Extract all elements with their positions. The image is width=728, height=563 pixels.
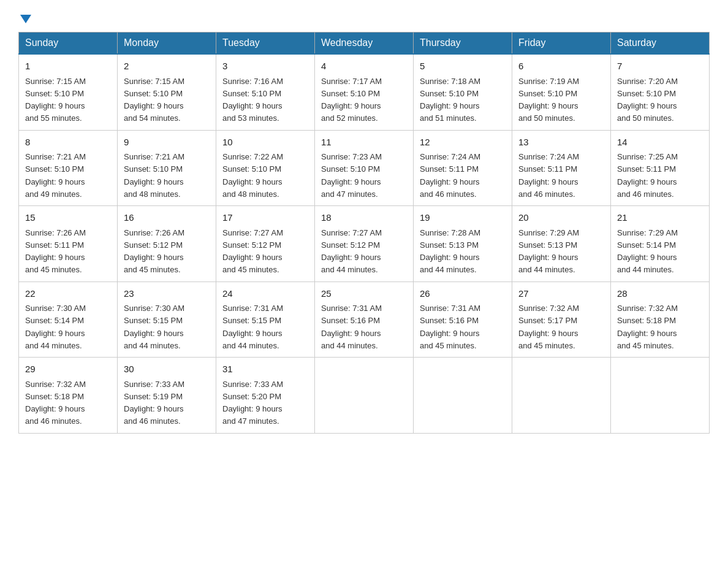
calendar-cell: 29 Sunrise: 7:32 AMSunset: 5:18 PMDaylig… bbox=[19, 358, 118, 434]
day-info: Sunrise: 7:26 AMSunset: 5:11 PMDaylight:… bbox=[25, 228, 86, 275]
day-number: 14 bbox=[617, 136, 703, 150]
calendar-week-row: 15 Sunrise: 7:26 AMSunset: 5:11 PMDaylig… bbox=[19, 206, 710, 282]
calendar-cell: 22 Sunrise: 7:30 AMSunset: 5:14 PMDaylig… bbox=[19, 282, 118, 358]
day-info: Sunrise: 7:33 AMSunset: 5:20 PMDaylight:… bbox=[222, 380, 283, 426]
day-info: Sunrise: 7:21 AMSunset: 5:10 PMDaylight:… bbox=[124, 152, 184, 199]
day-info: Sunrise: 7:16 AMSunset: 5:10 PMDaylight:… bbox=[222, 77, 283, 123]
day-number: 12 bbox=[420, 136, 506, 150]
day-number: 25 bbox=[321, 287, 407, 301]
calendar-header-row: SundayMondayTuesdayWednesdayThursdayFrid… bbox=[19, 33, 710, 55]
day-info: Sunrise: 7:32 AMSunset: 5:18 PMDaylight:… bbox=[25, 380, 86, 426]
day-info: Sunrise: 7:26 AMSunset: 5:12 PMDaylight:… bbox=[124, 228, 184, 275]
logo-arrow-icon bbox=[20, 15, 31, 23]
calendar-cell: 12 Sunrise: 7:24 AMSunset: 5:11 PMDaylig… bbox=[414, 130, 512, 206]
day-number: 31 bbox=[222, 362, 308, 377]
day-number: 11 bbox=[321, 136, 407, 150]
day-info: Sunrise: 7:21 AMSunset: 5:10 PMDaylight:… bbox=[25, 152, 86, 199]
day-info: Sunrise: 7:27 AMSunset: 5:12 PMDaylight:… bbox=[222, 228, 283, 275]
column-header-wednesday: Wednesday bbox=[315, 33, 414, 55]
day-info: Sunrise: 7:28 AMSunset: 5:13 PMDaylight:… bbox=[420, 228, 480, 275]
day-info: Sunrise: 7:31 AMSunset: 5:16 PMDaylight:… bbox=[420, 304, 480, 350]
column-header-tuesday: Tuesday bbox=[216, 33, 315, 55]
day-info: Sunrise: 7:18 AMSunset: 5:10 PMDaylight:… bbox=[420, 77, 480, 123]
day-number: 7 bbox=[617, 59, 703, 74]
logo bbox=[18, 12, 33, 21]
day-number: 17 bbox=[222, 211, 308, 225]
calendar-cell: 31 Sunrise: 7:33 AMSunset: 5:20 PMDaylig… bbox=[216, 358, 315, 434]
calendar-cell: 15 Sunrise: 7:26 AMSunset: 5:11 PMDaylig… bbox=[19, 206, 118, 282]
day-info: Sunrise: 7:29 AMSunset: 5:13 PMDaylight:… bbox=[518, 228, 579, 275]
day-info: Sunrise: 7:30 AMSunset: 5:14 PMDaylight:… bbox=[25, 304, 86, 350]
day-number: 26 bbox=[420, 287, 506, 301]
calendar-week-row: 22 Sunrise: 7:30 AMSunset: 5:14 PMDaylig… bbox=[19, 282, 710, 358]
calendar-cell: 21 Sunrise: 7:29 AMSunset: 5:14 PMDaylig… bbox=[611, 206, 710, 282]
day-number: 19 bbox=[420, 211, 506, 225]
day-number: 13 bbox=[518, 136, 604, 150]
day-info: Sunrise: 7:25 AMSunset: 5:11 PMDaylight:… bbox=[617, 152, 678, 199]
calendar-cell: 27 Sunrise: 7:32 AMSunset: 5:17 PMDaylig… bbox=[512, 282, 611, 358]
calendar-cell: 13 Sunrise: 7:24 AMSunset: 5:11 PMDaylig… bbox=[512, 130, 611, 206]
calendar-cell: 4 Sunrise: 7:17 AMSunset: 5:10 PMDayligh… bbox=[315, 54, 414, 130]
day-info: Sunrise: 7:15 AMSunset: 5:10 PMDaylight:… bbox=[25, 77, 86, 123]
calendar-cell: 30 Sunrise: 7:33 AMSunset: 5:19 PMDaylig… bbox=[118, 358, 216, 434]
day-number: 16 bbox=[124, 211, 210, 225]
day-info: Sunrise: 7:24 AMSunset: 5:11 PMDaylight:… bbox=[518, 152, 579, 199]
calendar-week-row: 8 Sunrise: 7:21 AMSunset: 5:10 PMDayligh… bbox=[19, 130, 710, 206]
calendar-cell: 10 Sunrise: 7:22 AMSunset: 5:10 PMDaylig… bbox=[216, 130, 315, 206]
calendar-cell: 16 Sunrise: 7:26 AMSunset: 5:12 PMDaylig… bbox=[118, 206, 216, 282]
calendar-cell: 28 Sunrise: 7:32 AMSunset: 5:18 PMDaylig… bbox=[611, 282, 710, 358]
day-number: 5 bbox=[420, 59, 506, 74]
day-info: Sunrise: 7:19 AMSunset: 5:10 PMDaylight:… bbox=[518, 77, 579, 123]
calendar-cell bbox=[611, 358, 710, 434]
day-info: Sunrise: 7:30 AMSunset: 5:15 PMDaylight:… bbox=[124, 304, 184, 350]
calendar-cell: 20 Sunrise: 7:29 AMSunset: 5:13 PMDaylig… bbox=[512, 206, 611, 282]
day-info: Sunrise: 7:31 AMSunset: 5:16 PMDaylight:… bbox=[321, 304, 382, 350]
day-number: 27 bbox=[518, 287, 604, 301]
page-header bbox=[18, 12, 710, 21]
calendar-cell: 2 Sunrise: 7:15 AMSunset: 5:10 PMDayligh… bbox=[118, 54, 216, 130]
calendar-cell: 25 Sunrise: 7:31 AMSunset: 5:16 PMDaylig… bbox=[315, 282, 414, 358]
calendar-cell: 8 Sunrise: 7:21 AMSunset: 5:10 PMDayligh… bbox=[19, 130, 118, 206]
day-info: Sunrise: 7:27 AMSunset: 5:12 PMDaylight:… bbox=[321, 228, 382, 275]
column-header-saturday: Saturday bbox=[611, 33, 710, 55]
day-number: 6 bbox=[518, 59, 604, 74]
day-info: Sunrise: 7:29 AMSunset: 5:14 PMDaylight:… bbox=[617, 228, 678, 275]
day-info: Sunrise: 7:33 AMSunset: 5:19 PMDaylight:… bbox=[124, 380, 184, 426]
calendar-cell: 6 Sunrise: 7:19 AMSunset: 5:10 PMDayligh… bbox=[512, 54, 611, 130]
day-number: 10 bbox=[222, 136, 308, 150]
calendar-body: 1 Sunrise: 7:15 AMSunset: 5:10 PMDayligh… bbox=[19, 54, 710, 433]
calendar-cell: 17 Sunrise: 7:27 AMSunset: 5:12 PMDaylig… bbox=[216, 206, 315, 282]
day-number: 30 bbox=[124, 362, 210, 377]
calendar-cell: 7 Sunrise: 7:20 AMSunset: 5:10 PMDayligh… bbox=[611, 54, 710, 130]
calendar-week-row: 29 Sunrise: 7:32 AMSunset: 5:18 PMDaylig… bbox=[19, 358, 710, 434]
day-number: 1 bbox=[25, 59, 111, 74]
day-info: Sunrise: 7:24 AMSunset: 5:11 PMDaylight:… bbox=[420, 152, 480, 199]
calendar-cell bbox=[414, 358, 512, 434]
calendar-cell: 18 Sunrise: 7:27 AMSunset: 5:12 PMDaylig… bbox=[315, 206, 414, 282]
column-header-monday: Monday bbox=[118, 33, 216, 55]
day-info: Sunrise: 7:23 AMSunset: 5:10 PMDaylight:… bbox=[321, 152, 382, 199]
column-header-friday: Friday bbox=[512, 33, 611, 55]
day-number: 20 bbox=[518, 211, 604, 225]
day-info: Sunrise: 7:20 AMSunset: 5:10 PMDaylight:… bbox=[617, 77, 678, 123]
day-number: 15 bbox=[25, 211, 111, 225]
day-info: Sunrise: 7:32 AMSunset: 5:18 PMDaylight:… bbox=[617, 304, 678, 350]
calendar-cell: 26 Sunrise: 7:31 AMSunset: 5:16 PMDaylig… bbox=[414, 282, 512, 358]
calendar-cell: 24 Sunrise: 7:31 AMSunset: 5:15 PMDaylig… bbox=[216, 282, 315, 358]
day-number: 23 bbox=[124, 287, 210, 301]
calendar-cell: 9 Sunrise: 7:21 AMSunset: 5:10 PMDayligh… bbox=[118, 130, 216, 206]
day-info: Sunrise: 7:32 AMSunset: 5:17 PMDaylight:… bbox=[518, 304, 579, 350]
calendar-week-row: 1 Sunrise: 7:15 AMSunset: 5:10 PMDayligh… bbox=[19, 54, 710, 130]
day-info: Sunrise: 7:31 AMSunset: 5:15 PMDaylight:… bbox=[222, 304, 283, 350]
calendar-cell: 11 Sunrise: 7:23 AMSunset: 5:10 PMDaylig… bbox=[315, 130, 414, 206]
calendar-cell: 14 Sunrise: 7:25 AMSunset: 5:11 PMDaylig… bbox=[611, 130, 710, 206]
calendar-cell: 5 Sunrise: 7:18 AMSunset: 5:10 PMDayligh… bbox=[414, 54, 512, 130]
column-header-thursday: Thursday bbox=[414, 33, 512, 55]
day-number: 9 bbox=[124, 136, 210, 150]
day-number: 21 bbox=[617, 211, 703, 225]
day-number: 2 bbox=[124, 59, 210, 74]
calendar-cell: 23 Sunrise: 7:30 AMSunset: 5:15 PMDaylig… bbox=[118, 282, 216, 358]
day-info: Sunrise: 7:22 AMSunset: 5:10 PMDaylight:… bbox=[222, 152, 283, 199]
day-number: 22 bbox=[25, 287, 111, 301]
calendar-cell: 19 Sunrise: 7:28 AMSunset: 5:13 PMDaylig… bbox=[414, 206, 512, 282]
